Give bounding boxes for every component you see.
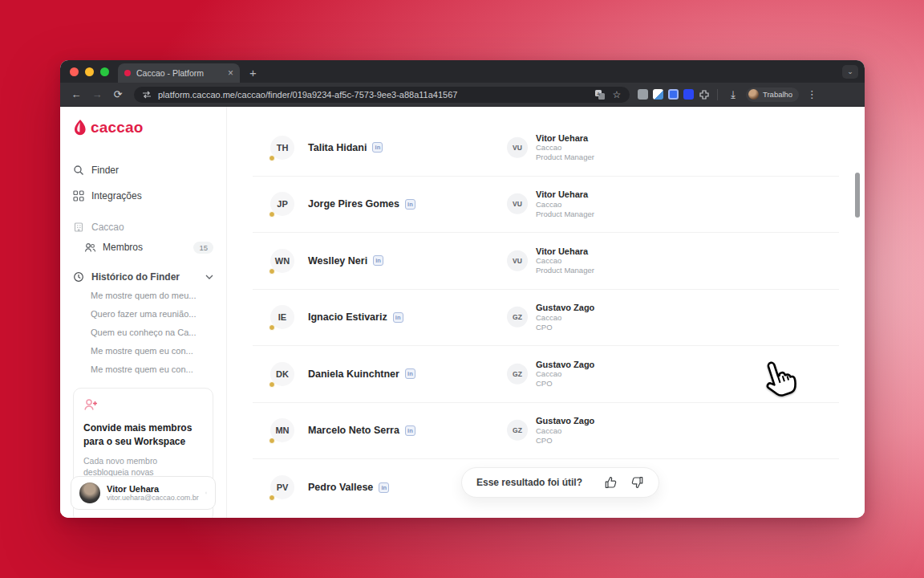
table-row[interactable]: JP Jorge Pires Gomes in VU Vitor Uehara …: [253, 177, 839, 234]
status-badge: [269, 324, 275, 331]
linkedin-icon[interactable]: in: [379, 482, 389, 493]
history-item[interactable]: Me mostre quem do meu...: [91, 291, 213, 300]
extension-icon-3[interactable]: [668, 89, 679, 100]
sidebar-history-header[interactable]: Histórico do Finder: [73, 271, 213, 283]
extension-icon-1[interactable]: [638, 89, 648, 100]
extension-icon-4[interactable]: [683, 89, 694, 100]
building-icon: [73, 222, 84, 233]
toolbar-divider: [717, 89, 718, 100]
new-tab-button[interactable]: +: [249, 66, 257, 79]
manager-name: Gustavo Zago: [536, 303, 594, 313]
extensions-puzzle-icon[interactable]: [699, 89, 710, 100]
member-name: Weslley Neri: [308, 255, 367, 267]
manager-org: Caccao: [536, 256, 594, 266]
history-list: Me mostre quem do meu... Quero fazer uma…: [91, 291, 213, 374]
members-count-badge: 15: [193, 242, 213, 254]
profile-avatar: [748, 89, 759, 100]
svg-text:A: A: [597, 92, 600, 96]
results-panel: TH Talita Hidani in VU Vitor Uehara Cacc…: [227, 107, 865, 518]
translate-icon[interactable]: A: [594, 89, 606, 100]
avatar: PV: [270, 475, 294, 499]
table-row[interactable]: DK Daniela Kuinchtner in GZ Gustavo Zago…: [253, 346, 839, 403]
browser-window: Caccao - Platform × + ⌄ ← → ⟳ platform.c…: [60, 60, 865, 518]
avatar: TH: [270, 136, 294, 160]
manager-org: Caccao: [536, 200, 594, 210]
sidebar-item-finder[interactable]: Finder: [73, 161, 213, 180]
user-name: Vitor Uehara: [107, 484, 199, 494]
manager-cell: VU Vitor Uehara Caccao Product Manager: [507, 246, 594, 275]
thumbs-down-icon[interactable]: [630, 475, 644, 490]
history-item[interactable]: Quero fazer uma reunião...: [91, 309, 213, 319]
reload-icon[interactable]: ⟳: [110, 88, 126, 100]
manager-avatar: GZ: [507, 420, 528, 441]
member-name: Talita Hidani: [308, 142, 367, 153]
table-row[interactable]: IE Ignacio Estivariz in GZ Gustavo Zago …: [253, 290, 839, 347]
history-item[interactable]: Me mostre quem eu con...: [91, 346, 213, 356]
manager-role: Product Manager: [536, 153, 594, 162]
avatar: DK: [270, 362, 294, 386]
table-row[interactable]: TH Talita Hidani in VU Vitor Uehara Cacc…: [253, 120, 839, 177]
kebab-menu-icon[interactable]: ⋮: [804, 88, 820, 100]
status-badge: [269, 155, 275, 161]
linkedin-icon[interactable]: in: [372, 142, 383, 153]
zoom-window-button[interactable]: [100, 67, 109, 76]
caccao-logo[interactable]: caccao: [73, 119, 213, 136]
table-row[interactable]: MN Marcelo Neto Serra in GZ Gustavo Zago…: [253, 403, 839, 460]
manager-name: Vitor Uehara: [536, 246, 594, 257]
manager-role: CPO: [536, 436, 594, 446]
site-settings-icon[interactable]: [141, 89, 152, 100]
logo-text: caccao: [91, 119, 144, 136]
user-card[interactable]: Vitor Uehara vitor.uehara@caccao.com.br: [71, 476, 216, 510]
manager-org: Caccao: [536, 426, 594, 436]
manager-name: Gustavo Zago: [536, 416, 594, 426]
manager-org: Caccao: [536, 369, 594, 379]
manager-cell: GZ Gustavo Zago Caccao CPO: [507, 416, 594, 445]
linkedin-icon[interactable]: in: [405, 368, 415, 379]
scrollbar-thumb[interactable]: [855, 173, 860, 218]
status-badge: [269, 495, 275, 501]
thumbs-up-icon[interactable]: [604, 475, 618, 490]
sidebar-workspace[interactable]: Caccao: [73, 218, 213, 236]
user-avatar: [79, 482, 100, 503]
browser-toolbar: ← → ⟳ platform.caccao.me/caccao/finder/0…: [60, 83, 865, 107]
browser-tab[interactable]: Caccao - Platform ×: [118, 63, 240, 83]
linkedin-icon[interactable]: in: [405, 199, 415, 210]
history-item[interactable]: Quem eu conheço na Ca...: [91, 328, 213, 337]
tab-close-icon[interactable]: ×: [228, 68, 233, 78]
bookmark-star-icon[interactable]: ☆: [611, 89, 622, 100]
linkedin-icon[interactable]: in: [393, 312, 403, 323]
chevron-up-down-icon[interactable]: [205, 488, 207, 498]
sidebar-item-membros[interactable]: Membros 15: [84, 238, 213, 257]
table-row[interactable]: WN Weslley Neri in VU Vitor Uehara Cacca…: [253, 233, 839, 290]
member-name: Daniela Kuinchtner: [308, 368, 399, 380]
manager-avatar: VU: [507, 250, 528, 271]
status-badge: [269, 211, 275, 218]
linkedin-icon[interactable]: in: [405, 425, 415, 436]
sidebar-item-integracoes[interactable]: Integrações: [73, 186, 213, 206]
manager-cell: GZ Gustavo Zago Caccao CPO: [507, 303, 594, 332]
manager-role: Product Manager: [536, 266, 594, 275]
url-text[interactable]: platform.caccao.me/caccao/finder/019a923…: [158, 90, 589, 100]
minimize-window-button[interactable]: [85, 67, 94, 76]
url-bar[interactable]: platform.caccao.me/caccao/finder/019a923…: [134, 87, 630, 103]
back-icon[interactable]: ←: [68, 88, 84, 100]
close-window-button[interactable]: [70, 67, 79, 76]
status-badge: [269, 381, 275, 388]
manager-avatar: GZ: [507, 364, 528, 385]
caccao-logo-icon: [73, 119, 87, 136]
browser-profile-chip[interactable]: Trabalho: [746, 88, 799, 102]
download-icon[interactable]: ⤓: [725, 88, 741, 101]
manager-name: Vitor Uehara: [536, 189, 594, 200]
avatar: JP: [270, 192, 294, 216]
manager-role: CPO: [536, 379, 594, 389]
manager-name: Gustavo Zago: [536, 360, 594, 370]
tab-search-button[interactable]: ⌄: [842, 65, 858, 79]
extension-icon-2[interactable]: [653, 89, 663, 100]
feedback-bar: Esse resultado foi útil?: [461, 467, 659, 498]
member-list: TH Talita Hidani in VU Vitor Uehara Cacc…: [227, 107, 865, 516]
history-item[interactable]: Me mostre quem eu con...: [91, 364, 213, 374]
linkedin-icon[interactable]: in: [373, 255, 383, 266]
chevron-down-icon[interactable]: [205, 275, 213, 279]
search-icon: [73, 165, 84, 176]
member-name: Pedro Vallese: [308, 482, 373, 493]
